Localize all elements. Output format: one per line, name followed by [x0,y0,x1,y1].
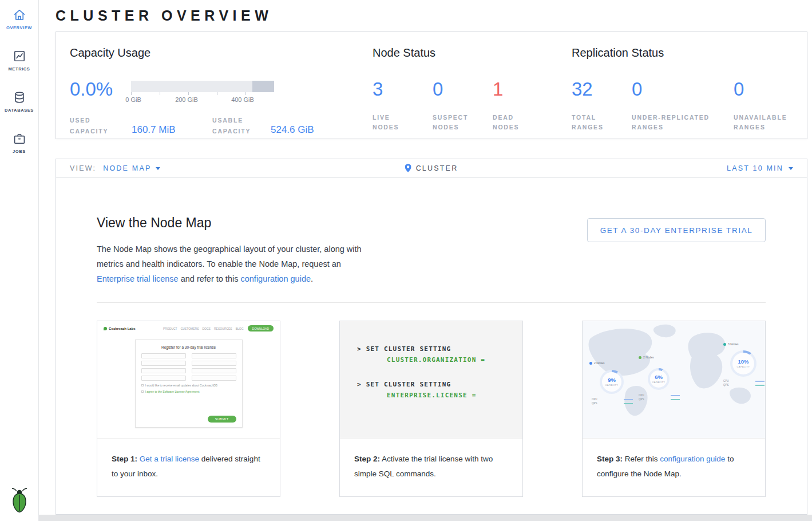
used-capacity-label: USED CAPACITY [70,115,132,136]
node-status-section: Node Status 3 LIVE NODES 0 SUSPECT NODE [373,46,567,132]
axis-label: 400 GiB [231,96,254,103]
capacity-bar-chart: 0 GiB 200 GiB 400 GiB [131,78,274,104]
total-ranges-stat: 32 TOTAL RANGES [572,78,632,132]
capacity-gauge: 10% CAPACITY [730,350,756,377]
sidebar-item-overview[interactable]: OVERVIEW [0,8,38,30]
node-map-panel: View the Node Map The Node Map shows the… [56,177,807,515]
configuration-guide-link[interactable]: configuration guide [660,455,725,463]
home-icon [13,8,26,22]
description-text: . [311,274,313,283]
usable-capacity-value: 524.6 GiB [271,124,314,136]
sidebar-item-label: METRICS [9,66,30,72]
step-1-card: Cockroach Labs PRODUCT CUSTOMERS DOCS RE… [97,321,280,497]
replication-status-section: Replication Status 32 TOTAL RANGES 0 UND… [572,46,801,132]
usable-capacity-label: USABLE CAPACITY [212,115,271,136]
capacity-axis-labels: 0 GiB 200 GiB 400 GiB [131,96,274,104]
view-selector[interactable]: NODE MAP [103,164,160,172]
capacity-used-percent: 0.0% [70,78,131,104]
map-node-badge: 2 Nodes [639,356,654,359]
capacity-bar-segment [252,81,274,92]
cockroach-labs-mini-logo: Cockroach Labs [104,327,136,330]
step-3-caption: Step 3: Refer this configuration guide t… [583,439,765,496]
dead-nodes-stat: 1 DEAD NODES [493,78,553,132]
configuration-guide-link[interactable]: configuration guide [240,274,311,283]
node-map-heading: View the Node Map [97,215,211,231]
axis-label: 200 GiB [175,96,198,103]
sidebar-item-label: JOBS [13,149,26,154]
view-label: VIEW: [70,164,96,172]
sidebar-item-metrics[interactable]: METRICS [0,49,38,72]
capacity-bar [131,81,274,92]
mini-site-nav: PRODUCT CUSTOMERS DOCS RESOURCES BLOG [163,327,244,330]
sidebar-item-jobs[interactable]: JOBS [0,132,38,154]
capacity-gauge: 9% CAPACITY [600,370,624,394]
live-nodes-stat: 3 LIVE NODES [373,78,433,132]
page-title: CLUSTER OVERVIEW [56,7,272,24]
capacity-gauge: 6% CAPACITY [648,368,670,390]
unavailable-ranges-stat: 0 UNAVAILABLE RANGES [734,78,794,132]
step-3-node-map-preview: 2 Nodes 2 Nodes 3 Nodes 9% CAPACITY 6% [583,321,765,439]
step-3-card: 2 Nodes 2 Nodes 3 Nodes 9% CAPACITY 6% [582,321,766,497]
mini-trial-form: Register for a 30-day trial license I wo… [135,340,243,428]
admin-ui: OVERVIEW METRICS DATABASES JOBS [0,0,812,521]
sidebar-item-label: OVERVIEW [6,25,32,30]
used-capacity-value: 160.7 MiB [132,124,176,136]
capacity-usage-section: Capacity Usage 0.0% 0 GiB 200 GiB 400 Gi… [70,46,359,136]
chevron-down-icon [156,167,160,170]
jobs-icon [13,132,26,145]
gauge-stats: CPU QPS [592,397,633,405]
gauge-stats: CPU QPS [723,378,765,386]
under-replicated-ranges-stat: 0 UNDER-REPLICATED RANGES [632,78,734,132]
node-status-title: Node Status [373,46,567,60]
enterprise-trial-button[interactable]: GET A 30-DAY ENTERPRISE TRIAL [587,218,766,242]
gauge-stats: CPU QPS [639,393,680,401]
step-2-code-block: > SET CLUSTER SETTING CLUSTER.ORGANIZATI… [340,321,522,439]
capacity-axis-ticks [131,92,274,96]
suspect-nodes-stat: 0 SUSPECT NODES [433,78,493,132]
sidebar: OVERVIEW METRICS DATABASES JOBS [0,0,39,521]
map-node-badge: 3 Nodes [723,342,739,346]
cluster-breadcrumb[interactable]: CLUSTER [405,164,458,172]
capacity-usage-title: Capacity Usage [70,46,359,60]
mini-download-button: DOWNLOAD [248,325,274,331]
step-1-screenshot: Cockroach Labs PRODUCT CUSTOMERS DOCS RE… [97,321,280,439]
sidebar-item-databases[interactable]: DATABASES [0,90,38,113]
replication-status-title: Replication Status [572,46,801,60]
step-1-caption: Step 1: Get a trial license delivered st… [97,439,280,496]
sidebar-item-label: DATABASES [5,108,34,113]
chevron-down-icon [789,167,793,170]
page-background-strip [39,515,812,521]
enterprise-trial-license-link[interactable]: Enterprise trial license [97,274,179,283]
axis-label: 0 GiB [125,96,141,103]
node-map-description: The Node Map shows the geographical layo… [97,242,368,286]
metrics-icon [13,49,26,63]
divider [97,302,766,303]
cluster-summary-card: Capacity Usage 0.0% 0 GiB 200 GiB 400 Gi… [56,31,807,139]
description-text: and refer to this [179,274,241,283]
cockroach-logo [11,487,28,515]
map-node-badge: 2 Nodes [589,361,605,365]
view-toolbar: VIEW: NODE MAP CLUSTER LAST 10 MIN [56,159,807,177]
step-2-card: > SET CLUSTER SETTING CLUSTER.ORGANIZATI… [339,321,523,497]
get-trial-license-link[interactable]: Get a trial license [140,455,199,463]
steps-row: Cockroach Labs PRODUCT CUSTOMERS DOCS RE… [97,321,766,497]
description-text: The Node Map shows the geographical layo… [97,244,362,269]
databases-icon [13,90,26,104]
main-content: CLUSTER OVERVIEW Capacity Usage 0.0% 0 G… [39,0,812,521]
mini-submit-button: SUBMIT [208,416,236,423]
map-pin-icon [405,164,411,172]
time-range-selector[interactable]: LAST 10 MIN [727,164,793,172]
step-2-caption: Step 2: Activate the trial license with … [340,439,522,496]
